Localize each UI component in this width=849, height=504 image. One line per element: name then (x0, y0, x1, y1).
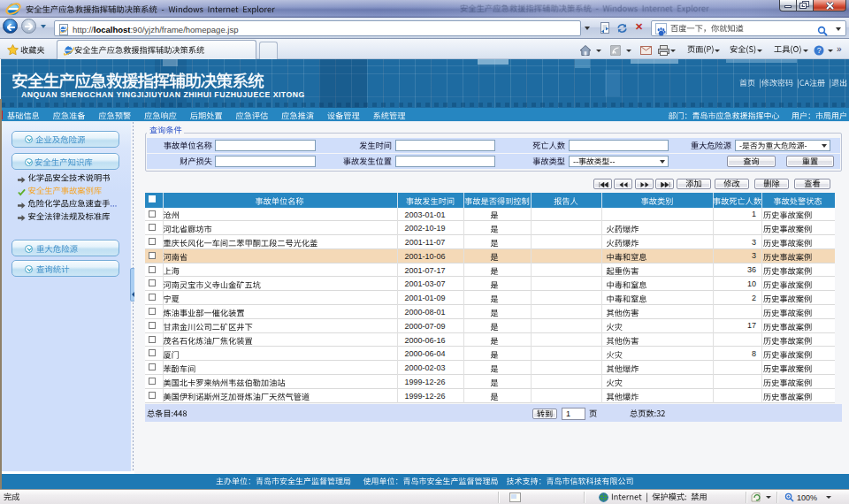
svg-text:?: ? (817, 46, 822, 55)
